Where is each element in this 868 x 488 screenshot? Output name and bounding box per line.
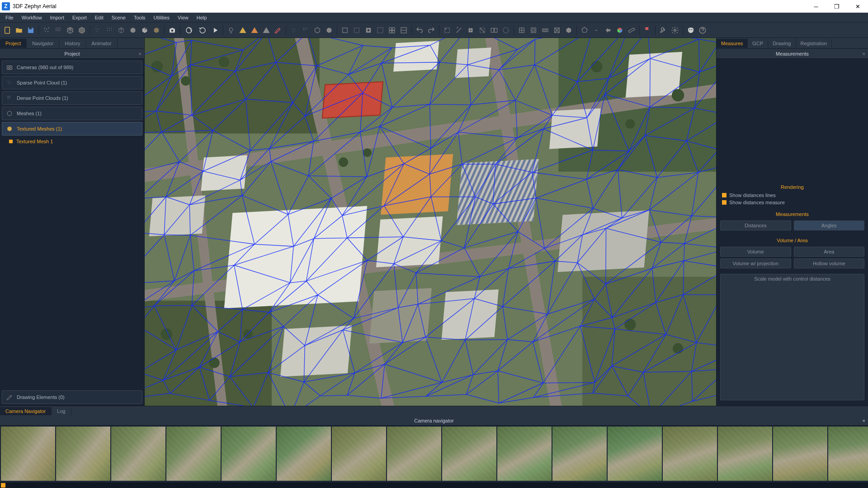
ruler-icon[interactable] bbox=[626, 25, 637, 36]
camera-thumbnail-strip[interactable] bbox=[0, 426, 868, 482]
minimize-button[interactable]: ─ bbox=[806, 0, 826, 13]
sel1-icon[interactable] bbox=[340, 25, 350, 36]
save-icon[interactable] bbox=[25, 25, 36, 36]
area-button[interactable]: Area bbox=[794, 247, 865, 257]
shaded-icon[interactable] bbox=[139, 25, 150, 36]
tree-child-textured-mesh-1[interactable]: Textured Mesh 1 bbox=[2, 137, 142, 145]
menu-utilities[interactable]: Utilities bbox=[150, 14, 173, 21]
new-icon[interactable] bbox=[2, 25, 13, 36]
tree-drawing-elements[interactable]: Drawing Elements (0) bbox=[2, 390, 142, 404]
camera-thumbnail[interactable] bbox=[111, 427, 165, 481]
arrow-icon[interactable] bbox=[603, 25, 613, 36]
tab-navigator[interactable]: Navigator bbox=[27, 39, 59, 48]
u4-icon[interactable] bbox=[552, 25, 562, 36]
camera-thumbnail[interactable] bbox=[828, 427, 868, 481]
tab-log[interactable]: Log bbox=[52, 407, 71, 415]
pts2-icon[interactable] bbox=[300, 25, 311, 36]
cube1-icon[interactable] bbox=[312, 25, 323, 36]
textured-icon[interactable] bbox=[151, 25, 162, 36]
menu-view[interactable]: View bbox=[174, 14, 192, 21]
tab-measures[interactable]: Measures bbox=[717, 39, 748, 48]
project-panel-close-icon[interactable]: × bbox=[139, 51, 142, 56]
tree-sparse[interactable]: Sparse Point Cloud (1) bbox=[2, 76, 142, 89]
tree-dense[interactable]: Dense Point Clouds (1) bbox=[2, 91, 142, 105]
camera-thumbnail[interactable] bbox=[663, 427, 717, 481]
angles-button[interactable]: Angles bbox=[794, 221, 865, 230]
tex-mesh-icon[interactable] bbox=[76, 25, 87, 36]
dots2-icon[interactable] bbox=[104, 25, 115, 36]
open-icon[interactable] bbox=[14, 25, 24, 36]
pin-icon[interactable] bbox=[591, 25, 602, 36]
warn2-icon[interactable] bbox=[249, 25, 260, 36]
poly-icon[interactable] bbox=[579, 25, 590, 36]
pen-icon[interactable] bbox=[273, 25, 283, 36]
tab-camera-navigator[interactable]: Camera Navigator bbox=[0, 407, 52, 415]
light-icon[interactable] bbox=[226, 25, 236, 36]
maximize-button[interactable]: ❐ bbox=[826, 0, 847, 13]
camera-nav-scrollbar[interactable] bbox=[0, 482, 868, 488]
camera-thumbnail[interactable] bbox=[1, 427, 55, 481]
measurements-close-icon[interactable]: × bbox=[863, 51, 865, 56]
tree-textured-meshes[interactable]: Textured Meshes (1) bbox=[2, 122, 142, 136]
camera-thumbnail[interactable] bbox=[497, 427, 552, 481]
camera-icon[interactable] bbox=[167, 25, 178, 36]
menu-tools[interactable]: Tools bbox=[130, 14, 149, 21]
rotate-icon[interactable] bbox=[196, 25, 209, 36]
camera-thumbnail[interactable] bbox=[277, 427, 331, 481]
menu-workflow[interactable]: Workflow bbox=[18, 14, 46, 21]
camera-thumbnail[interactable] bbox=[773, 427, 827, 481]
tree-cameras[interactable]: Cameras (980 out of 989) bbox=[2, 61, 142, 74]
t1-icon[interactable] bbox=[442, 25, 453, 36]
wrench-icon[interactable] bbox=[658, 25, 669, 36]
menu-edit[interactable]: Edit bbox=[91, 14, 107, 21]
u2-icon[interactable] bbox=[528, 25, 539, 36]
camera-thumbnail[interactable] bbox=[166, 427, 221, 481]
camera-thumbnail[interactable] bbox=[552, 427, 607, 481]
tab-registration[interactable]: Registration bbox=[796, 39, 832, 48]
scale-model-button[interactable]: Scale model with control distances bbox=[720, 274, 864, 400]
camera-nav-close-icon[interactable]: × bbox=[863, 418, 865, 423]
mask-icon[interactable] bbox=[685, 25, 696, 36]
pts1-icon[interactable] bbox=[288, 25, 299, 36]
t4-icon[interactable] bbox=[477, 25, 488, 36]
help-icon[interactable] bbox=[697, 25, 708, 36]
tab-animator[interactable]: Animator bbox=[86, 39, 118, 48]
chk-show-distances-measure[interactable]: Show distances measure bbox=[720, 199, 864, 206]
distances-button[interactable]: Distances bbox=[720, 221, 791, 230]
sel3-icon[interactable] bbox=[363, 25, 374, 36]
u1-icon[interactable] bbox=[516, 25, 527, 36]
cube2-icon[interactable] bbox=[324, 25, 335, 36]
menu-import[interactable]: Import bbox=[47, 14, 68, 21]
tab-project[interactable]: Project bbox=[0, 39, 27, 48]
warn3-icon[interactable] bbox=[261, 25, 272, 36]
solid-icon[interactable] bbox=[127, 25, 138, 36]
flag-icon[interactable] bbox=[642, 25, 653, 36]
camera-thumbnail[interactable] bbox=[56, 427, 110, 481]
menu-scene[interactable]: Scene bbox=[108, 14, 129, 21]
dense-icon[interactable] bbox=[53, 25, 64, 36]
t5-icon[interactable] bbox=[489, 25, 500, 36]
t2-icon[interactable] bbox=[453, 25, 464, 36]
tab-history[interactable]: History bbox=[59, 39, 86, 48]
t3-icon[interactable] bbox=[465, 25, 476, 36]
orbit-icon[interactable] bbox=[183, 25, 195, 36]
hollow-volume-button[interactable]: Hollow volume bbox=[794, 258, 865, 268]
chk-show-distances-lines[interactable]: Show distances lines bbox=[720, 192, 864, 199]
sel6-icon[interactable] bbox=[398, 25, 409, 36]
mesh-icon[interactable] bbox=[65, 25, 75, 36]
sel5-icon[interactable] bbox=[387, 25, 397, 36]
volume-projection-button[interactable]: Volume w/ projection bbox=[720, 258, 791, 268]
sel2-icon[interactable] bbox=[351, 25, 362, 36]
viewport-3d[interactable] bbox=[145, 38, 716, 406]
gear-icon[interactable] bbox=[670, 25, 680, 36]
tab-gcp[interactable]: GCP bbox=[748, 39, 768, 48]
sel4-icon[interactable] bbox=[375, 25, 386, 36]
t6-icon[interactable] bbox=[500, 25, 511, 36]
color-cube-icon[interactable] bbox=[614, 25, 625, 36]
dots1-icon[interactable] bbox=[92, 25, 103, 36]
scrollbar-thumb[interactable] bbox=[1, 483, 5, 488]
camera-thumbnail[interactable] bbox=[222, 427, 276, 481]
menu-help[interactable]: Help bbox=[193, 14, 211, 21]
tab-drawing[interactable]: Drawing bbox=[768, 39, 796, 48]
camera-thumbnail[interactable] bbox=[442, 427, 496, 481]
